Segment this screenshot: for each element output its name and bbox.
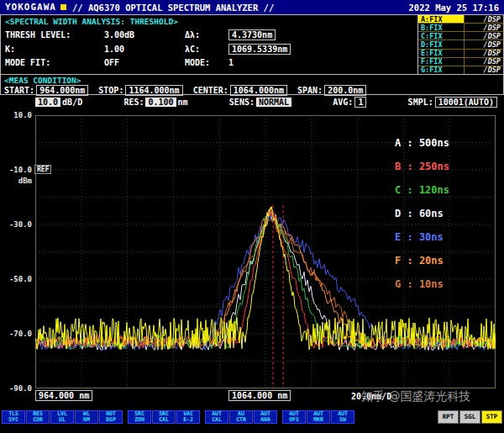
y-tick: 10.0	[0, 111, 32, 119]
legend-item-f: F : 20ns	[395, 255, 449, 278]
sweep-sgl[interactable]: SGL	[459, 410, 480, 424]
legend-item-a: A : 500ns	[395, 137, 449, 161]
trace-select-f[interactable]: F:FIX/DSP	[418, 58, 503, 66]
softkey-aut-cal[interactable]: AUTCAL	[205, 410, 228, 424]
db-per-div-value[interactable]: 10.0	[35, 98, 60, 107]
delta-lambda-label: Δλ:	[185, 30, 228, 40]
avg-value[interactable]: 1	[354, 97, 366, 108]
trace-panel: A:FIX/DSPB:FIX/DSPC:FIX/DSPD:FIX/DSPE:FI…	[417, 14, 504, 75]
delta-lambda-value: 4.3730nm	[228, 29, 276, 40]
trace-display-mode: /DSP	[465, 32, 503, 40]
start-label: START:	[4, 86, 34, 95]
lambda-c-label: λC:	[185, 45, 228, 54]
legend-item-g: G : 10ns	[395, 278, 449, 302]
y-tick: -50.0	[0, 275, 32, 283]
softkey-not-dsp[interactable]: NOTDSP	[99, 410, 123, 424]
trace-display-mode: /DSP	[465, 15, 503, 23]
smpl-label: SMPL:	[408, 98, 433, 107]
analysis-row-3: MODE FIT: OFF MODE: 1	[5, 58, 417, 67]
softkey-wl-nm[interactable]: WLNM	[75, 410, 98, 424]
y-tick: -70.0	[0, 330, 32, 338]
softkey-aut-mkr[interactable]: AUTMKR	[307, 410, 330, 424]
legend-item-b: B : 250ns	[395, 161, 449, 184]
softkey-aut-ana[interactable]: AUTANA	[254, 410, 277, 424]
plot-area: 10.0-10.0-30.0-50.0-70.0-90.0 dBm REF A …	[0, 109, 504, 404]
trace-label: F:FIX	[418, 58, 465, 66]
y-axis-labels: 10.0-10.0-30.0-50.0-70.0-90.0	[0, 109, 32, 395]
title-bar: YOKOGAWA // AQ6370 OPTICAL SPECTRUM ANAL…	[0, 0, 504, 14]
stop-label: STOP:	[98, 86, 123, 95]
db-per-div-unit: dB/D	[62, 98, 82, 107]
softkey-aut-ofs[interactable]: AUTOFS	[282, 410, 306, 424]
res-value[interactable]: 0.100	[145, 98, 176, 107]
y-axis-unit: dBm	[0, 177, 32, 185]
softkey-tls-syc[interactable]: TLSSYC	[2, 410, 25, 424]
trace-select-b[interactable]: B:FIX/DSP	[418, 24, 503, 32]
top-panels: <SPECTRAL WIDTH ANALYSIS: THRESHOLD> THR…	[0, 14, 504, 75]
brand-dot-icon	[60, 4, 66, 10]
trace-legend: A : 500nsB : 250nsC : 120nsD : 60nsE : 3…	[395, 137, 449, 302]
sens-value[interactable]: NORMAL	[256, 98, 291, 107]
x-axis-start-value: 964.000 nm	[35, 390, 92, 401]
y-tick: -30.0	[0, 220, 32, 229]
brand-name: YOKOGAWA	[5, 2, 56, 13]
sweep-stp[interactable]: STP	[481, 410, 502, 424]
start-value[interactable]: 964.000nm	[36, 85, 88, 96]
softkey-aut-sw[interactable]: AUTSW	[331, 410, 354, 424]
analysis-row-1: THRESH LEVEL: 3.00dB Δλ: 4.3730nm	[5, 29, 417, 40]
settings-row: 10.0 dB/D RES: 0.100 nm SENS: NORMAL AVG…	[35, 96, 497, 108]
softkey-bar: TLSSYCRESCORLVLULWLNMNOTDSPSRCZONSRCCALV…	[2, 410, 502, 424]
trace-label: B:FIX	[418, 24, 465, 31]
analysis-row-2: K: 1.00 λC: 1069.5339nm	[5, 44, 417, 55]
trace-select-c[interactable]: C:FIX/DSP	[418, 32, 503, 40]
sens-label: SENS:	[229, 98, 255, 107]
softkey-vac-e-2[interactable]: VACE-2	[176, 410, 200, 424]
trace-display-mode: /DSP	[465, 50, 503, 57]
softkey-src-zon[interactable]: SRCZON	[128, 410, 151, 424]
softkeys-left-group: TLSSYCRESCORLVLULWLNMNOTDSPSRCZONSRCCALV…	[2, 410, 354, 424]
trace-select-a[interactable]: A:FIX/DSP	[418, 15, 503, 24]
osa-screen: YOKOGAWA // AQ6370 OPTICAL SPECTRUM ANAL…	[0, 0, 504, 433]
sweep-rpt[interactable]: RPT	[438, 410, 459, 424]
ref-badge: REF	[34, 165, 51, 174]
y-tick: -90.0	[0, 384, 32, 393]
trace-label: E:FIX	[418, 50, 465, 57]
k-value[interactable]: 1.00	[104, 45, 185, 54]
meas-condition-title: <MEAS CONDITION>	[4, 76, 500, 85]
span-label: SPAN:	[297, 86, 323, 95]
app-title: // AQ6370 OPTICAL SPECTRUM ANALYZER //	[72, 3, 409, 13]
smpl-value[interactable]: 10001(AUTO)	[435, 97, 497, 108]
legend-item-d: D : 60ns	[395, 208, 449, 231]
lambda-c-value: 1069.5339nm	[228, 44, 291, 55]
softkey-res-cor[interactable]: RESCOR	[26, 410, 50, 424]
res-unit: nm	[178, 98, 188, 107]
res-label: RES:	[123, 98, 144, 107]
x-axis-center-value: 1064.000 nm	[228, 390, 291, 401]
softkey-au-ctr[interactable]: AUCTR	[229, 410, 253, 424]
trace-select-d[interactable]: D:FIX/DSP	[418, 40, 503, 49]
trace-label: G:FIX	[418, 66, 465, 74]
center-value[interactable]: 1064.000nm	[230, 85, 287, 96]
meas-condition-panel: <MEAS CONDITION> START:964.000nm STOP:11…	[0, 75, 504, 95]
trace-label: D:FIX	[418, 40, 465, 48]
mode-fit-value[interactable]: OFF	[104, 58, 185, 67]
trace-display-mode: /DSP	[465, 24, 503, 31]
mode-label: MODE:	[185, 58, 228, 67]
span-value[interactable]: 200.0nm	[324, 85, 366, 96]
trace-select-g[interactable]: G:FIX/DSP	[418, 66, 503, 74]
trace-label: A:FIX	[418, 15, 465, 23]
trace-display-mode: /DSP	[465, 40, 503, 48]
sweep-status-group: RPTSGLSTP	[438, 410, 502, 424]
analysis-title: <SPECTRAL WIDTH ANALYSIS: THRESHOLD>	[5, 17, 417, 26]
thresh-level-value[interactable]: 3.00dB	[104, 30, 185, 40]
watermark: 知乎 @国盛涛光科技	[361, 389, 470, 404]
y-tick: -10.0	[0, 166, 32, 174]
legend-item-c: C : 120ns	[395, 184, 449, 208]
stop-value[interactable]: 1164.000nm	[125, 85, 182, 96]
mode-value[interactable]: 1	[228, 58, 417, 67]
analysis-panel: <SPECTRAL WIDTH ANALYSIS: THRESHOLD> THR…	[0, 14, 417, 75]
trace-display-mode: /DSP	[465, 58, 503, 66]
softkey-src-cal[interactable]: SRCCAL	[152, 410, 176, 424]
softkey-lvl-ul[interactable]: LVLUL	[50, 410, 74, 424]
trace-select-e[interactable]: E:FIX/DSP	[418, 50, 503, 58]
